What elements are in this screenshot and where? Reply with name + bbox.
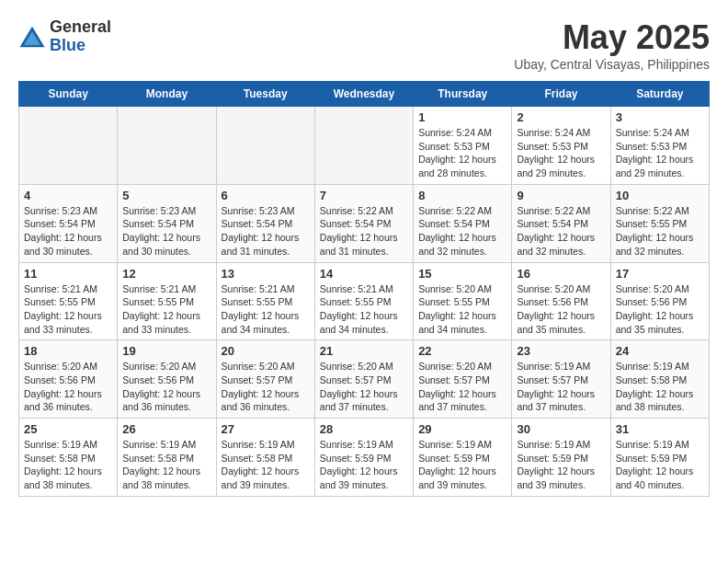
calendar-cell: 22Sunrise: 5:20 AM Sunset: 5:57 PM Dayli… xyxy=(414,340,512,419)
day-header-monday: Monday xyxy=(118,82,216,107)
day-number: 10 xyxy=(616,189,704,202)
calendar-cell: 10Sunrise: 5:22 AM Sunset: 5:55 PM Dayli… xyxy=(610,184,709,262)
day-header-wednesday: Wednesday xyxy=(314,82,413,107)
logo-icon xyxy=(18,23,46,51)
day-number: 7 xyxy=(320,189,408,202)
day-number: 22 xyxy=(418,344,506,358)
day-number: 23 xyxy=(517,344,605,358)
calendar-table: SundayMondayTuesdayWednesdayThursdayFrid… xyxy=(18,81,710,497)
day-number: 31 xyxy=(616,422,704,436)
cell-info: Sunrise: 5:19 AM Sunset: 5:58 PM Dayligh… xyxy=(616,360,704,414)
calendar-cell: 21Sunrise: 5:20 AM Sunset: 5:57 PM Dayli… xyxy=(314,340,413,419)
day-header-tuesday: Tuesday xyxy=(216,82,314,107)
day-header-saturday: Saturday xyxy=(610,82,709,107)
cell-info: Sunrise: 5:22 AM Sunset: 5:55 PM Dayligh… xyxy=(616,204,704,259)
day-header-sunday: Sunday xyxy=(19,82,118,107)
day-number: 6 xyxy=(222,189,310,202)
cell-info: Sunrise: 5:21 AM Sunset: 5:55 PM Dayligh… xyxy=(24,282,112,337)
cell-info: Sunrise: 5:20 AM Sunset: 5:57 PM Dayligh… xyxy=(418,360,506,414)
calendar-cell: 13Sunrise: 5:21 AM Sunset: 5:55 PM Dayli… xyxy=(216,262,314,340)
calendar-cell: 31Sunrise: 5:19 AM Sunset: 5:59 PM Dayli… xyxy=(610,419,709,497)
calendar-week-1: 1Sunrise: 5:24 AM Sunset: 5:53 PM Daylig… xyxy=(19,107,710,185)
day-number: 20 xyxy=(222,344,310,358)
cell-info: Sunrise: 5:22 AM Sunset: 5:54 PM Dayligh… xyxy=(418,204,506,259)
day-number: 11 xyxy=(24,267,112,281)
calendar-cell xyxy=(216,107,314,185)
day-number: 28 xyxy=(320,422,408,436)
page-header: General Blue May 2025 Ubay, Central Visa… xyxy=(18,18,710,72)
cell-info: Sunrise: 5:19 AM Sunset: 5:59 PM Dayligh… xyxy=(517,438,605,492)
location-subtitle: Ubay, Central Visayas, Philippines xyxy=(514,57,710,72)
calendar-cell: 18Sunrise: 5:20 AM Sunset: 5:56 PM Dayli… xyxy=(19,340,118,419)
calendar-cell: 28Sunrise: 5:19 AM Sunset: 5:59 PM Dayli… xyxy=(314,419,413,497)
day-number: 26 xyxy=(122,422,210,436)
day-header-thursday: Thursday xyxy=(414,82,512,107)
day-header-friday: Friday xyxy=(512,82,610,107)
day-number: 8 xyxy=(418,189,506,202)
day-number: 19 xyxy=(122,344,210,358)
calendar-cell: 19Sunrise: 5:20 AM Sunset: 5:56 PM Dayli… xyxy=(118,340,216,419)
calendar-cell: 24Sunrise: 5:19 AM Sunset: 5:58 PM Dayli… xyxy=(610,340,709,419)
day-number: 30 xyxy=(517,422,605,436)
day-number: 12 xyxy=(122,267,210,281)
cell-info: Sunrise: 5:20 AM Sunset: 5:57 PM Dayligh… xyxy=(222,360,310,414)
day-number: 15 xyxy=(418,267,506,281)
cell-info: Sunrise: 5:22 AM Sunset: 5:54 PM Dayligh… xyxy=(517,204,605,259)
calendar-week-2: 4Sunrise: 5:23 AM Sunset: 5:54 PM Daylig… xyxy=(19,184,710,262)
day-number: 16 xyxy=(517,267,605,281)
logo-general: General xyxy=(50,18,111,37)
logo-text: General Blue xyxy=(50,18,111,55)
cell-info: Sunrise: 5:21 AM Sunset: 5:55 PM Dayligh… xyxy=(122,282,210,337)
cell-info: Sunrise: 5:20 AM Sunset: 5:56 PM Dayligh… xyxy=(517,282,605,337)
calendar-cell: 15Sunrise: 5:20 AM Sunset: 5:55 PM Dayli… xyxy=(414,262,512,340)
cell-info: Sunrise: 5:23 AM Sunset: 5:54 PM Dayligh… xyxy=(222,204,310,259)
calendar-week-4: 18Sunrise: 5:20 AM Sunset: 5:56 PM Dayli… xyxy=(19,340,710,419)
cell-info: Sunrise: 5:20 AM Sunset: 5:56 PM Dayligh… xyxy=(616,282,704,337)
day-number: 18 xyxy=(24,344,112,358)
calendar-week-5: 25Sunrise: 5:19 AM Sunset: 5:58 PM Dayli… xyxy=(19,419,710,497)
day-number: 1 xyxy=(418,110,506,124)
calendar-cell: 6Sunrise: 5:23 AM Sunset: 5:54 PM Daylig… xyxy=(216,184,314,262)
day-number: 25 xyxy=(24,422,112,436)
calendar-cell: 25Sunrise: 5:19 AM Sunset: 5:58 PM Dayli… xyxy=(19,419,118,497)
cell-info: Sunrise: 5:20 AM Sunset: 5:56 PM Dayligh… xyxy=(24,360,112,414)
calendar-cell: 29Sunrise: 5:19 AM Sunset: 5:59 PM Dayli… xyxy=(414,419,512,497)
calendar-cell: 12Sunrise: 5:21 AM Sunset: 5:55 PM Dayli… xyxy=(118,262,216,340)
calendar-cell: 5Sunrise: 5:23 AM Sunset: 5:54 PM Daylig… xyxy=(118,184,216,262)
day-number: 21 xyxy=(320,344,408,358)
cell-info: Sunrise: 5:20 AM Sunset: 5:56 PM Dayligh… xyxy=(122,360,210,414)
day-number: 9 xyxy=(517,189,605,202)
day-number: 4 xyxy=(24,189,112,202)
cell-info: Sunrise: 5:22 AM Sunset: 5:54 PM Dayligh… xyxy=(320,204,408,259)
logo-blue-text: Blue xyxy=(50,37,111,55)
calendar-cell: 7Sunrise: 5:22 AM Sunset: 5:54 PM Daylig… xyxy=(314,184,413,262)
cell-info: Sunrise: 5:24 AM Sunset: 5:53 PM Dayligh… xyxy=(616,126,704,180)
calendar-cell: 1Sunrise: 5:24 AM Sunset: 5:53 PM Daylig… xyxy=(414,107,512,185)
cell-info: Sunrise: 5:19 AM Sunset: 5:57 PM Dayligh… xyxy=(517,360,605,414)
calendar-cell: 30Sunrise: 5:19 AM Sunset: 5:59 PM Dayli… xyxy=(512,419,610,497)
cell-info: Sunrise: 5:20 AM Sunset: 5:55 PM Dayligh… xyxy=(418,282,506,337)
cell-info: Sunrise: 5:19 AM Sunset: 5:59 PM Dayligh… xyxy=(418,438,506,492)
day-headers-row: SundayMondayTuesdayWednesdayThursdayFrid… xyxy=(19,82,710,107)
cell-info: Sunrise: 5:21 AM Sunset: 5:55 PM Dayligh… xyxy=(320,282,408,337)
calendar-cell: 27Sunrise: 5:19 AM Sunset: 5:58 PM Dayli… xyxy=(216,419,314,497)
calendar-cell: 26Sunrise: 5:19 AM Sunset: 5:58 PM Dayli… xyxy=(118,419,216,497)
cell-info: Sunrise: 5:24 AM Sunset: 5:53 PM Dayligh… xyxy=(517,126,605,180)
day-number: 14 xyxy=(320,267,408,281)
day-number: 5 xyxy=(122,189,210,202)
cell-info: Sunrise: 5:20 AM Sunset: 5:57 PM Dayligh… xyxy=(320,360,408,414)
cell-info: Sunrise: 5:23 AM Sunset: 5:54 PM Dayligh… xyxy=(122,204,210,259)
cell-info: Sunrise: 5:19 AM Sunset: 5:59 PM Dayligh… xyxy=(320,438,408,492)
calendar-cell: 9Sunrise: 5:22 AM Sunset: 5:54 PM Daylig… xyxy=(512,184,610,262)
day-number: 27 xyxy=(222,422,310,436)
cell-info: Sunrise: 5:24 AM Sunset: 5:53 PM Dayligh… xyxy=(418,126,506,180)
day-number: 2 xyxy=(517,110,605,124)
day-number: 3 xyxy=(616,110,704,124)
calendar-cell: 17Sunrise: 5:20 AM Sunset: 5:56 PM Dayli… xyxy=(610,262,709,340)
calendar-cell xyxy=(314,107,413,185)
cell-info: Sunrise: 5:23 AM Sunset: 5:54 PM Dayligh… xyxy=(24,204,112,259)
logo: General Blue xyxy=(18,18,111,55)
month-year-title: May 2025 xyxy=(514,18,710,57)
calendar-cell xyxy=(19,107,118,185)
cell-info: Sunrise: 5:19 AM Sunset: 5:58 PM Dayligh… xyxy=(24,438,112,492)
